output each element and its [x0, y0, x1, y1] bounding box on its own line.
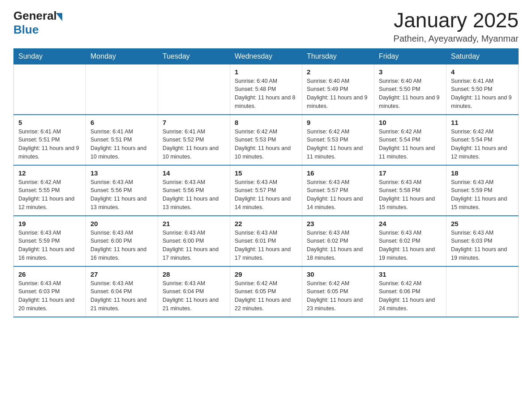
day-info: Sunrise: 6:40 AM Sunset: 5:50 PM Dayligh…: [379, 77, 442, 111]
day-info: Sunrise: 6:41 AM Sunset: 5:52 PM Dayligh…: [163, 128, 225, 161]
calendar-cell: 30Sunrise: 6:42 AM Sunset: 6:05 PM Dayli…: [302, 266, 374, 317]
day-number: 25: [451, 220, 514, 227]
logo: General Blue: [13, 9, 62, 37]
logo-general-text: General: [13, 9, 57, 23]
day-number: 14: [163, 169, 225, 177]
calendar-cell: 4Sunrise: 6:41 AM Sunset: 5:50 PM Daylig…: [446, 64, 519, 115]
logo-blue-text: Blue: [13, 23, 39, 36]
header-day-monday: Monday: [86, 48, 158, 64]
calendar-table: SundayMondayTuesdayWednesdayThursdayFrid…: [13, 48, 519, 317]
header-day-wednesday: Wednesday: [230, 48, 302, 64]
calendar-cell: 22Sunrise: 6:43 AM Sunset: 6:01 PM Dayli…: [230, 216, 302, 266]
calendar-cell: 2Sunrise: 6:40 AM Sunset: 5:49 PM Daylig…: [302, 64, 374, 115]
header-day-thursday: Thursday: [302, 48, 374, 64]
calendar-cell: 23Sunrise: 6:43 AM Sunset: 6:02 PM Dayli…: [302, 216, 374, 266]
calendar-week-row: 5Sunrise: 6:41 AM Sunset: 5:51 PM Daylig…: [14, 115, 519, 165]
header-day-tuesday: Tuesday: [158, 48, 230, 64]
calendar-header-row: SundayMondayTuesdayWednesdayThursdayFrid…: [14, 48, 519, 64]
day-number: 20: [90, 220, 153, 227]
day-number: 15: [235, 169, 297, 177]
day-info: Sunrise: 6:43 AM Sunset: 6:02 PM Dayligh…: [379, 229, 442, 262]
day-info: Sunrise: 6:43 AM Sunset: 6:00 PM Dayligh…: [90, 229, 153, 262]
day-info: Sunrise: 6:43 AM Sunset: 6:03 PM Dayligh…: [451, 229, 514, 262]
calendar-cell: [446, 266, 519, 317]
day-info: Sunrise: 6:43 AM Sunset: 5:57 PM Dayligh…: [307, 178, 369, 212]
calendar-cell: [86, 64, 158, 115]
day-number: 17: [379, 169, 442, 177]
day-info: Sunrise: 6:43 AM Sunset: 5:56 PM Dayligh…: [163, 178, 225, 212]
location-title: Pathein, Ayeyarwady, Myanmar: [394, 34, 519, 44]
day-number: 4: [451, 68, 514, 76]
page-header: General Blue January 2025 Pathein, Ayeya…: [13, 9, 519, 44]
day-info: Sunrise: 6:42 AM Sunset: 5:54 PM Dayligh…: [451, 128, 514, 161]
calendar-cell: 1Sunrise: 6:40 AM Sunset: 5:48 PM Daylig…: [230, 64, 302, 115]
day-number: 24: [379, 220, 442, 227]
calendar-cell: 8Sunrise: 6:42 AM Sunset: 5:53 PM Daylig…: [230, 115, 302, 165]
calendar-cell: 18Sunrise: 6:43 AM Sunset: 5:59 PM Dayli…: [446, 165, 519, 216]
day-number: 27: [90, 270, 153, 278]
day-number: 8: [235, 119, 297, 126]
calendar-cell: 3Sunrise: 6:40 AM Sunset: 5:50 PM Daylig…: [374, 64, 446, 115]
calendar-cell: 11Sunrise: 6:42 AM Sunset: 5:54 PM Dayli…: [446, 115, 519, 165]
day-number: 31: [379, 270, 442, 278]
month-title: January 2025: [394, 9, 519, 32]
calendar-cell: [14, 64, 86, 115]
calendar-cell: 10Sunrise: 6:42 AM Sunset: 5:54 PM Dayli…: [374, 115, 446, 165]
day-info: Sunrise: 6:43 AM Sunset: 6:03 PM Dayligh…: [18, 279, 81, 313]
day-info: Sunrise: 6:43 AM Sunset: 5:56 PM Dayligh…: [90, 178, 153, 212]
calendar-cell: 21Sunrise: 6:43 AM Sunset: 6:00 PM Dayli…: [158, 216, 230, 266]
day-number: 3: [379, 68, 442, 76]
header-day-sunday: Sunday: [14, 48, 86, 64]
day-number: 30: [307, 270, 369, 278]
day-info: Sunrise: 6:42 AM Sunset: 6:05 PM Dayligh…: [235, 279, 297, 313]
calendar-cell: 20Sunrise: 6:43 AM Sunset: 6:00 PM Dayli…: [86, 216, 158, 266]
day-number: 26: [18, 270, 81, 278]
day-number: 28: [163, 270, 225, 278]
calendar-cell: 16Sunrise: 6:43 AM Sunset: 5:57 PM Dayli…: [302, 165, 374, 216]
day-info: Sunrise: 6:43 AM Sunset: 5:58 PM Dayligh…: [379, 178, 442, 212]
day-info: Sunrise: 6:43 AM Sunset: 6:00 PM Dayligh…: [163, 229, 225, 262]
calendar-cell: 5Sunrise: 6:41 AM Sunset: 5:51 PM Daylig…: [14, 115, 86, 165]
calendar-cell: 14Sunrise: 6:43 AM Sunset: 5:56 PM Dayli…: [158, 165, 230, 216]
calendar-cell: 17Sunrise: 6:43 AM Sunset: 5:58 PM Dayli…: [374, 165, 446, 216]
day-number: 11: [451, 119, 514, 126]
day-info: Sunrise: 6:43 AM Sunset: 6:01 PM Dayligh…: [235, 229, 297, 262]
calendar-cell: 25Sunrise: 6:43 AM Sunset: 6:03 PM Dayli…: [446, 216, 519, 266]
logo-triangle-icon: [56, 13, 62, 21]
calendar-cell: 19Sunrise: 6:43 AM Sunset: 5:59 PM Dayli…: [14, 216, 86, 266]
day-info: Sunrise: 6:43 AM Sunset: 5:59 PM Dayligh…: [451, 178, 514, 212]
day-info: Sunrise: 6:41 AM Sunset: 5:50 PM Dayligh…: [451, 77, 514, 111]
day-number: 13: [90, 169, 153, 177]
calendar-cell: 27Sunrise: 6:43 AM Sunset: 6:04 PM Dayli…: [86, 266, 158, 317]
title-section: January 2025 Pathein, Ayeyarwady, Myanma…: [394, 9, 519, 44]
calendar-week-row: 1Sunrise: 6:40 AM Sunset: 5:48 PM Daylig…: [14, 64, 519, 115]
day-number: 18: [451, 169, 514, 177]
day-info: Sunrise: 6:42 AM Sunset: 5:55 PM Dayligh…: [18, 178, 81, 212]
day-info: Sunrise: 6:41 AM Sunset: 5:51 PM Dayligh…: [18, 128, 81, 161]
day-info: Sunrise: 6:43 AM Sunset: 6:04 PM Dayligh…: [163, 279, 225, 313]
day-number: 29: [235, 270, 297, 278]
calendar-week-row: 26Sunrise: 6:43 AM Sunset: 6:03 PM Dayli…: [14, 266, 519, 317]
day-info: Sunrise: 6:42 AM Sunset: 5:54 PM Dayligh…: [379, 128, 442, 161]
calendar-cell: [158, 64, 230, 115]
day-info: Sunrise: 6:40 AM Sunset: 5:49 PM Dayligh…: [307, 77, 369, 111]
day-info: Sunrise: 6:42 AM Sunset: 6:06 PM Dayligh…: [379, 279, 442, 313]
calendar-week-row: 19Sunrise: 6:43 AM Sunset: 5:59 PM Dayli…: [14, 216, 519, 266]
calendar-cell: 31Sunrise: 6:42 AM Sunset: 6:06 PM Dayli…: [374, 266, 446, 317]
day-number: 21: [163, 220, 225, 227]
calendar-cell: 15Sunrise: 6:43 AM Sunset: 5:57 PM Dayli…: [230, 165, 302, 216]
calendar-week-row: 12Sunrise: 6:42 AM Sunset: 5:55 PM Dayli…: [14, 165, 519, 216]
calendar-cell: 9Sunrise: 6:42 AM Sunset: 5:53 PM Daylig…: [302, 115, 374, 165]
day-number: 19: [18, 220, 81, 227]
calendar-cell: 28Sunrise: 6:43 AM Sunset: 6:04 PM Dayli…: [158, 266, 230, 317]
day-info: Sunrise: 6:40 AM Sunset: 5:48 PM Dayligh…: [235, 77, 297, 111]
calendar-cell: 29Sunrise: 6:42 AM Sunset: 6:05 PM Dayli…: [230, 266, 302, 317]
day-info: Sunrise: 6:43 AM Sunset: 5:57 PM Dayligh…: [235, 178, 297, 212]
day-info: Sunrise: 6:41 AM Sunset: 5:51 PM Dayligh…: [90, 128, 153, 161]
day-info: Sunrise: 6:42 AM Sunset: 5:53 PM Dayligh…: [235, 128, 297, 161]
day-info: Sunrise: 6:42 AM Sunset: 5:53 PM Dayligh…: [307, 128, 369, 161]
day-info: Sunrise: 6:42 AM Sunset: 6:05 PM Dayligh…: [307, 279, 369, 313]
header-day-friday: Friday: [374, 48, 446, 64]
calendar-cell: 6Sunrise: 6:41 AM Sunset: 5:51 PM Daylig…: [86, 115, 158, 165]
day-number: 1: [235, 68, 297, 76]
